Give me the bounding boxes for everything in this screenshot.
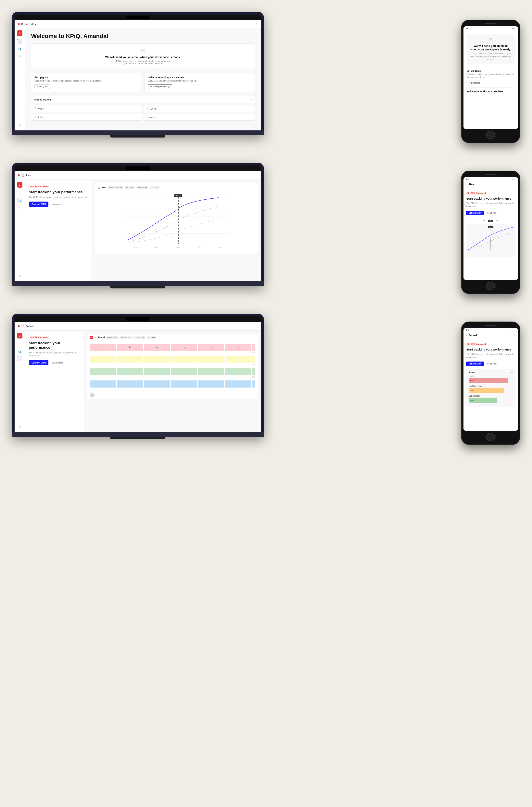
article-icon-1: 📄 bbox=[34, 107, 36, 110]
learn-more-button-3[interactable]: Learn more bbox=[50, 360, 65, 365]
laptop-stand-3 bbox=[110, 437, 165, 439]
funnel-card-r2: 👤 bbox=[117, 344, 143, 351]
article-item-3[interactable]: 📄 Article › bbox=[31, 114, 142, 121]
phone-filter-icon: ≡ bbox=[466, 183, 468, 186]
phone-plan-body: No CRM Connected Start tracking your per… bbox=[463, 188, 518, 261]
phone-funnel-no-crm: No CRM Connected bbox=[466, 343, 487, 346]
inner-funnel-title: Funnel bbox=[98, 336, 105, 338]
types-filter[interactable]: All Types bbox=[147, 336, 156, 339]
phone-speaker-1 bbox=[485, 23, 497, 24]
phone-funnel-more[interactable]: ··· bbox=[510, 334, 512, 336]
laptop-notch-3 bbox=[126, 317, 150, 321]
funnel-chart-area: G ⌥ Funnel Nov 1, 2022 Nov 05, 2022 All … bbox=[84, 331, 261, 432]
funnel-card-g3 bbox=[144, 368, 170, 375]
laptop-base bbox=[12, 130, 264, 135]
type-filter[interactable]: All Types bbox=[125, 186, 135, 189]
inner-funnel-icon: ⌥ bbox=[94, 336, 97, 338]
sidebar-home-2[interactable]: ⌂ bbox=[17, 191, 22, 196]
source-filter[interactable]: All Sources bbox=[136, 186, 148, 189]
article-item-2[interactable]: 📄 Article › bbox=[144, 105, 255, 112]
phone-funnel-header: 9:41●●● ≡ Funnel ··· ▽ bbox=[463, 328, 518, 339]
invite-card: Invite more workspace members Every KPiQ… bbox=[145, 73, 255, 92]
phone-home-btn-1[interactable] bbox=[486, 131, 495, 140]
funnel-card-b5 bbox=[198, 381, 225, 387]
phone-connect-crm-button[interactable]: Connect CRM bbox=[466, 210, 484, 215]
workspace-settings-button[interactable]: ⚙ Workspace Settings bbox=[148, 84, 172, 89]
sidebar-logo-3: G bbox=[17, 333, 22, 338]
phone-speaker-2 bbox=[485, 174, 497, 175]
sidebar-home[interactable]: ⌂ bbox=[17, 39, 22, 44]
date-filter[interactable]: November 2022 bbox=[108, 186, 123, 189]
phone-goals-desc: Goals help you track progress and set ex… bbox=[467, 73, 515, 79]
date-start-filter[interactable]: Nov 1, 2022 bbox=[106, 336, 118, 339]
funnel-card-g4 bbox=[171, 368, 197, 375]
phone-learn-more-button-3[interactable]: Learn more bbox=[486, 361, 499, 366]
laptop-notch-2 bbox=[126, 166, 150, 170]
sidebar-filter[interactable]: ≡ bbox=[17, 53, 22, 59]
sidebar-settings-3[interactable]: ⚙ bbox=[17, 424, 22, 430]
funnel-card-y5 bbox=[198, 356, 225, 363]
phone-funnel-filter-btn[interactable]: ▽ bbox=[514, 334, 515, 336]
funnel-green-pct: 50% bbox=[90, 376, 255, 378]
funnel-card-b1 bbox=[90, 381, 116, 387]
plan-icon: 📋 bbox=[21, 174, 24, 177]
gear-icon: ⚙ bbox=[150, 86, 152, 88]
sidebar-funnel-3[interactable]: ≡ bbox=[17, 356, 22, 361]
sidebar-home-3[interactable]: ⌂ bbox=[17, 342, 22, 347]
connect-crm-button-2[interactable]: Connect CRM bbox=[29, 202, 49, 207]
plan-panel-desc: The CRM lets us create a powerful plan f… bbox=[29, 196, 88, 199]
connect-crm-button-3[interactable]: Connect CRM bbox=[29, 360, 49, 365]
phone-connect-crm-button-3[interactable]: Connect CRM bbox=[466, 362, 484, 366]
month-oct: Oct bbox=[482, 220, 485, 222]
laptop-sidebar-1: G ⌂ 📊 ≡ ⚙ bbox=[15, 28, 25, 130]
phone-chart-svg: Now bbox=[466, 224, 515, 255]
close-icon[interactable]: × bbox=[250, 98, 252, 101]
funnel-card-y7 bbox=[252, 356, 255, 363]
brand-dot bbox=[18, 23, 20, 25]
arrow-icon-1: › bbox=[139, 108, 139, 110]
funnel-chart-filter-icon[interactable]: ▽ bbox=[511, 371, 513, 373]
svg-text:Jan: Jan bbox=[218, 246, 222, 249]
sidebar-filter-2[interactable]: ≡ bbox=[17, 205, 22, 210]
learn-more-button-2[interactable]: Learn more bbox=[50, 202, 65, 207]
funnel-stage-green: 50% bbox=[87, 367, 258, 379]
phone-screen-2: 9:41●●● ≡ Plan No CRM Connected Start tr… bbox=[463, 177, 518, 280]
sidebar-settings-2[interactable]: ⚙ bbox=[17, 273, 22, 279]
article-icon-4: 📄 bbox=[146, 116, 149, 118]
funnel-card-b6 bbox=[225, 381, 251, 387]
sidebar-settings[interactable]: ⚙ bbox=[17, 123, 22, 128]
phone-funnel-btn-row: Connect CRM Learn more bbox=[466, 361, 515, 366]
phone-home-btn-3[interactable] bbox=[486, 433, 495, 441]
funnel-card-g2 bbox=[117, 368, 143, 375]
phone-funnel-chart-title: Funnel ▽ bbox=[469, 371, 513, 373]
sidebar-chart-2[interactable]: 📊 bbox=[17, 198, 22, 203]
phone-learn-more-button[interactable]: Learn more bbox=[486, 210, 499, 215]
laptop-screen-3: ⌥ Funnel G ⌂ 📊 ≡ ⚙ bbox=[15, 322, 261, 432]
sidebar-chart-3[interactable]: 📊 bbox=[17, 349, 22, 354]
svg-text:Nov: Nov bbox=[176, 246, 180, 249]
funnel-stages: ↺ 👤 🐦 bbox=[87, 341, 258, 391]
settings-icon[interactable]: ⚙ bbox=[255, 22, 258, 25]
phone-goals-title: Set up goals bbox=[467, 70, 515, 72]
sources-filter[interactable]: All Sources bbox=[134, 336, 146, 339]
article-item-4[interactable]: 📄 Article › bbox=[144, 114, 255, 121]
pencil-icon: ✏ bbox=[37, 86, 38, 88]
date-end-filter[interactable]: Nov 05, 2022 bbox=[120, 336, 133, 339]
edit-goals-button[interactable]: ✏ Edit goals bbox=[35, 84, 50, 89]
laptop-screen-1: Rocket Fuel Labs ⚙ G ⌂ 📊 ≡ ⚙ bbox=[15, 20, 261, 130]
arrow-icon-2: › bbox=[251, 108, 252, 110]
phone-funnel-title: Funnel bbox=[469, 334, 477, 337]
sidebar-chart[interactable]: 📊 bbox=[17, 46, 22, 52]
funnel-panel-desc: The CRM lets us create a powerful plan f… bbox=[29, 351, 80, 357]
article-item-1[interactable]: 📄 Article › bbox=[31, 105, 142, 112]
funnel-inner-app: G ⌥ Funnel Nov 1, 2022 Nov 05, 2022 All … bbox=[87, 334, 258, 399]
phone-edit-goals-button[interactable]: ✏ Edit goals bbox=[467, 80, 482, 85]
getting-started-bar: Getting started × bbox=[31, 96, 255, 103]
period-filter[interactable]: 6 months bbox=[150, 186, 160, 189]
svg-text:Dec: Dec bbox=[197, 246, 201, 249]
phone-1: 9:41●●● ✉ We will send you an email when… bbox=[461, 20, 520, 143]
phone-3: 9:41●●● ≡ Funnel ··· ▽ No CRM Connected … bbox=[461, 322, 520, 445]
phone-home-btn-2[interactable] bbox=[486, 282, 495, 290]
email-processing-card: ✉ We will send you an email when your wo… bbox=[31, 43, 255, 69]
user-avatar-3: A bbox=[90, 392, 95, 398]
